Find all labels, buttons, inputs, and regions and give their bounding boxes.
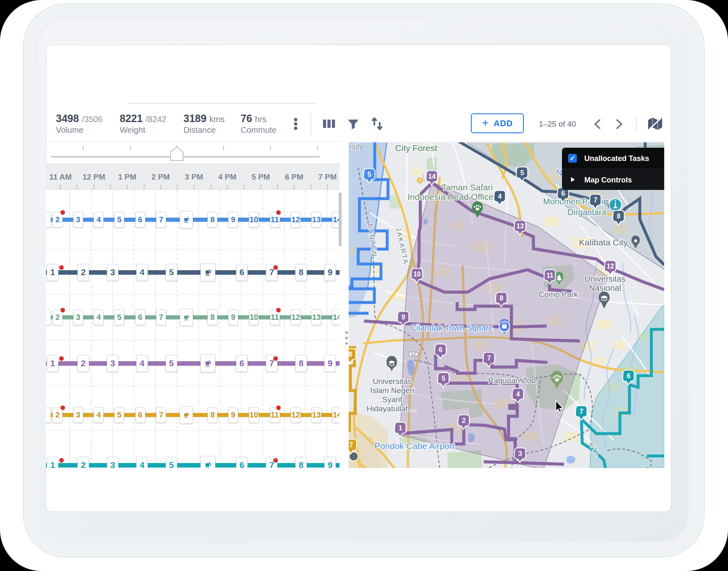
svg-text:Hidayatullah…: Hidayatullah…: [366, 404, 418, 413]
svg-text:10: 10: [413, 271, 421, 278]
svg-text:1: 1: [399, 425, 403, 432]
svg-text:Indonesia Head Office: Indonesia Head Office: [407, 192, 493, 202]
svg-text:6: 6: [562, 190, 565, 197]
svg-text:Pondok Cabe Airport: Pondok Cabe Airport: [374, 441, 455, 451]
svg-text:Universitas: Universitas: [373, 377, 412, 386]
svg-text:Taman Safari: Taman Safari: [441, 182, 493, 192]
svg-text:rsity: rsity: [349, 142, 364, 151]
svg-text:7: 7: [350, 441, 353, 449]
svg-text:3: 3: [518, 450, 522, 457]
svg-text:City Forest: City Forest: [395, 143, 437, 153]
svg-text:11: 11: [547, 272, 554, 279]
svg-text:Cilandak Town Square: Cilandak Town Square: [410, 323, 493, 332]
svg-text:N: N: [556, 168, 562, 177]
svg-text:6: 6: [439, 346, 443, 353]
svg-text:5: 5: [442, 375, 446, 382]
svg-text:7: 7: [580, 408, 583, 415]
svg-text:Nasional: Nasional: [589, 283, 621, 293]
svg-text:7: 7: [594, 197, 598, 204]
svg-text:5: 5: [521, 169, 524, 176]
svg-text:Kalibata City: Kalibata City: [579, 238, 628, 247]
svg-text:2: 2: [462, 417, 466, 424]
svg-text:Syarif: Syarif: [382, 395, 403, 404]
svg-text:Ragunan Zoo: Ragunan Zoo: [488, 376, 535, 385]
svg-text:8: 8: [617, 213, 621, 220]
svg-text:Como Park: Como Park: [538, 290, 578, 299]
svg-text:14: 14: [428, 173, 436, 180]
svg-text:13: 13: [516, 223, 524, 230]
svg-text:12: 12: [411, 352, 416, 357]
svg-text:7: 7: [487, 355, 491, 362]
svg-text:8: 8: [500, 295, 504, 302]
svg-text:5: 5: [368, 171, 371, 178]
svg-text:Islam Negeri: Islam Negeri: [370, 386, 415, 395]
svg-text:6: 6: [627, 372, 631, 379]
svg-text:8: 8: [349, 351, 352, 358]
svg-text:Universitas: Universitas: [585, 274, 626, 283]
svg-text:9: 9: [402, 314, 405, 321]
svg-text:4: 4: [516, 391, 520, 398]
svg-text:4: 4: [498, 193, 502, 200]
svg-text:Dirgantara: Dirgantara: [567, 208, 606, 217]
svg-text:12: 12: [607, 263, 614, 270]
